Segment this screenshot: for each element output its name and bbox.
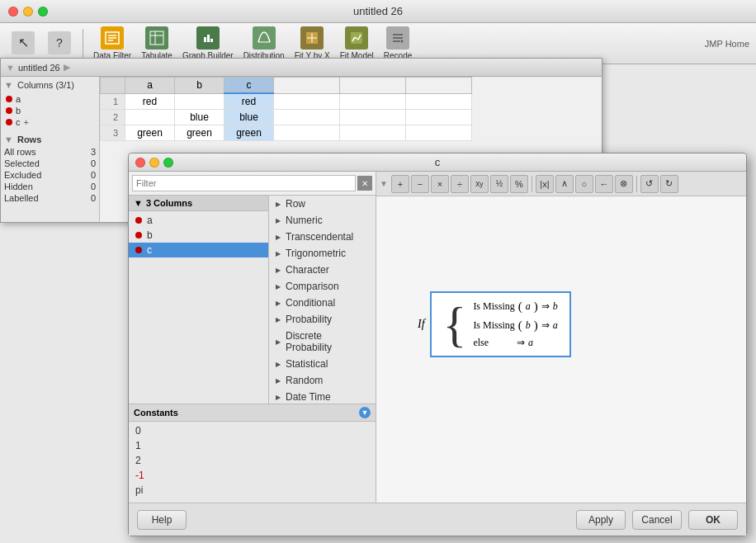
function-date-time[interactable]: ▶Date Time xyxy=(269,389,376,404)
subtract-button[interactable]: − xyxy=(411,175,429,193)
columns-panel: ▼ 3 Columns a b xyxy=(129,196,269,404)
function-probability[interactable]: ▶Probability xyxy=(269,311,376,328)
fit-y-by-x-tool[interactable]: Fit Y by X xyxy=(291,25,333,62)
column-c-item[interactable]: c + xyxy=(4,116,96,128)
formula-box: { Is Missing ( a ) ⇒ b xyxy=(430,291,571,357)
constant-pi[interactable]: pi xyxy=(135,483,369,498)
row-2-e xyxy=(340,110,406,125)
col-c-header[interactable]: c xyxy=(224,78,274,94)
row-3-a[interactable]: green xyxy=(125,125,175,141)
col-b-name: b xyxy=(16,106,21,116)
triangle-icon: ▶ xyxy=(276,250,281,257)
function-comparison[interactable]: ▶Comparison xyxy=(269,278,376,295)
fit-model-tool[interactable]: Fit Model xyxy=(337,25,377,62)
constants-header: Constants ▼ xyxy=(129,404,376,422)
row-1-b[interactable] xyxy=(175,93,224,110)
selected-label: Selected xyxy=(4,158,40,168)
tabulate-tool[interactable]: Tabulate xyxy=(138,25,176,62)
ok-button[interactable]: OK xyxy=(688,510,738,530)
column-item-a[interactable]: a xyxy=(129,213,268,228)
function-transcendental[interactable]: ▶Transcendental xyxy=(269,229,376,245)
constant-neg1[interactable]: -1 xyxy=(135,468,369,483)
row-1-a[interactable]: red xyxy=(125,93,175,110)
function-discrete-probability[interactable]: ▶Discrete Probability xyxy=(269,328,376,356)
fraction-button[interactable]: ½ xyxy=(490,175,508,193)
column-a-item[interactable]: a xyxy=(4,93,96,105)
function-character[interactable]: ▶Character xyxy=(269,262,376,278)
delete-button[interactable]: ⊗ xyxy=(615,175,633,193)
function-conditional[interactable]: ▶Conditional xyxy=(269,295,376,311)
arrow-button[interactable]: ← xyxy=(595,175,613,193)
col-b-header[interactable]: b xyxy=(175,78,224,94)
power-button[interactable]: xy xyxy=(470,175,489,193)
col-a-header[interactable]: a xyxy=(125,78,175,94)
help-button[interactable]: Help xyxy=(137,510,187,530)
constant-1[interactable]: 1 xyxy=(135,438,369,453)
distribution-tool[interactable]: Distribution xyxy=(240,25,288,62)
filter-input[interactable] xyxy=(132,175,356,191)
right-paren-1: ) xyxy=(534,300,538,314)
filter-clear-button[interactable]: ✕ xyxy=(357,176,372,191)
help-tool[interactable]: ? xyxy=(43,30,76,58)
cancel-button[interactable]: Cancel xyxy=(632,510,682,530)
maximize-button[interactable] xyxy=(38,7,48,17)
col-b-indicator xyxy=(6,107,12,114)
var-a-2: a xyxy=(553,319,558,332)
all-rows-row: All rows 3 xyxy=(4,146,96,158)
column-item-b[interactable]: b xyxy=(129,228,268,243)
recode-tool[interactable]: Recode xyxy=(380,25,415,62)
table-row: 2 blue blue xyxy=(101,110,472,125)
apply-button[interactable]: Apply xyxy=(576,510,626,530)
function-trigonometric[interactable]: ▶Trigonometric xyxy=(269,245,376,262)
constant-0[interactable]: 0 xyxy=(135,423,369,438)
row-2-c[interactable]: blue xyxy=(224,110,274,125)
labelled-value: 0 xyxy=(91,193,96,203)
row-2-b[interactable]: blue xyxy=(175,110,224,125)
row-3-b[interactable]: green xyxy=(175,125,224,141)
compare-button[interactable]: ○ xyxy=(575,175,593,193)
percent-button[interactable]: % xyxy=(510,175,528,193)
arrow-tool[interactable]: ↖ xyxy=(7,30,40,58)
formula-canvas[interactable]: If { Is Missing ( a ) xyxy=(376,196,746,503)
row-3-c[interactable]: green xyxy=(224,125,274,141)
divide-button[interactable]: ÷ xyxy=(451,175,469,193)
column-b-item[interactable]: b xyxy=(4,105,96,116)
close-button[interactable] xyxy=(8,7,18,17)
recode-icon xyxy=(386,26,409,50)
ftb-sep-2 xyxy=(636,176,637,192)
and-button[interactable]: ∧ xyxy=(555,175,574,193)
dialog-maximize-button[interactable] xyxy=(163,158,173,168)
dialog-minimize-button[interactable] xyxy=(149,158,159,168)
triangle-icon: ▶ xyxy=(276,394,281,401)
minimize-button[interactable] xyxy=(23,7,33,17)
labelled-row: Labelled 0 xyxy=(4,192,96,204)
undo-button[interactable]: ↺ xyxy=(640,175,659,193)
constant-2[interactable]: 2 xyxy=(135,453,369,468)
function-numeric[interactable]: ▶Numeric xyxy=(269,212,376,229)
dialog-title: c xyxy=(435,156,441,168)
all-rows-label: All rows xyxy=(4,147,36,157)
column-item-c[interactable]: c xyxy=(129,243,268,257)
function-row[interactable]: ▶Row xyxy=(269,196,376,212)
function-random[interactable]: ▶Random xyxy=(269,372,376,389)
svg-rect-4 xyxy=(150,31,163,45)
formula-right-panel: ▼ + − × ÷ xy ½ % |x| ∧ ○ ← ⊗ ↺ ↻ xyxy=(376,172,746,503)
row-1-c[interactable]: red xyxy=(224,93,274,110)
redo-button[interactable]: ↻ xyxy=(660,175,678,193)
function-statistical[interactable]: ▶Statistical xyxy=(269,356,376,372)
data-filter-tool[interactable]: Data Filter xyxy=(90,25,135,62)
add-button[interactable]: + xyxy=(391,175,409,193)
add-column-icon[interactable]: + xyxy=(24,117,29,127)
dialog-close-button[interactable] xyxy=(135,158,145,168)
if-keyword: If xyxy=(418,318,425,331)
left-brace: { xyxy=(443,300,467,349)
graph-builder-tool[interactable]: Graph Builder xyxy=(179,25,237,62)
multiply-button[interactable]: × xyxy=(431,175,449,193)
abs-button[interactable]: |x| xyxy=(536,175,554,193)
formula-display: If { Is Missing ( a ) xyxy=(418,291,571,357)
constants-dropdown[interactable]: ▼ xyxy=(359,407,371,418)
row-2-a[interactable] xyxy=(125,110,175,125)
excluded-row: Excluded 0 xyxy=(4,169,96,181)
jmp-home-label[interactable]: JMP Home xyxy=(705,39,749,49)
columns-label: Columns (3/1) xyxy=(17,80,74,90)
